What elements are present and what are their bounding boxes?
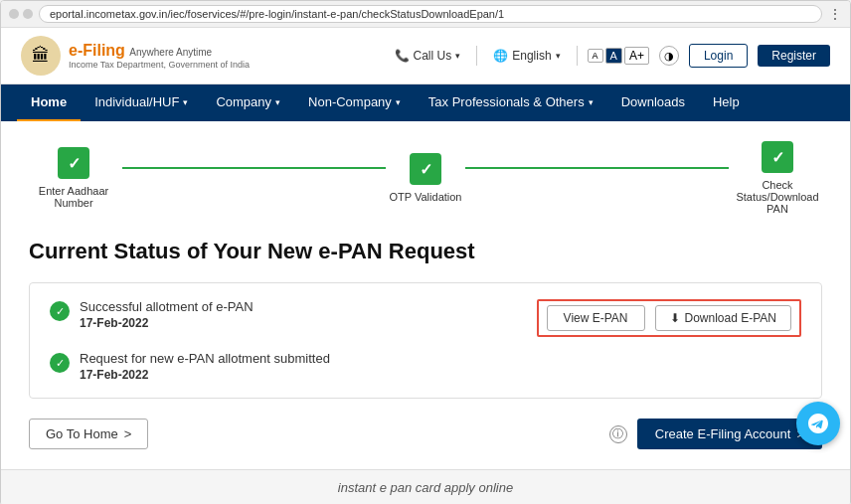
step-connector-1 [122, 167, 386, 169]
nav-arrow-company: ▾ [275, 97, 280, 107]
footer-right: ⓘ Create E-Filing Account > [609, 419, 822, 449]
download-epan-button[interactable]: ⬇ Download E-PAN [655, 305, 791, 331]
steps-row: ✓ Enter Aadhaar Number ✓ OTP Validation … [29, 141, 822, 215]
logo-emblem: 🏛 [21, 36, 61, 76]
nav-item-downloads[interactable]: Downloads [607, 84, 699, 121]
text-size-medium-button[interactable]: A [605, 48, 622, 64]
site-header: 🏛 e-Filing Anywhere Anytime Income Tax D… [1, 28, 850, 84]
nav-item-help[interactable]: Help [699, 84, 754, 121]
nav-item-individual[interactable]: Individual/HUF ▾ [81, 84, 202, 121]
call-arrow-icon: ▾ [455, 51, 460, 61]
divider-1 [476, 46, 477, 66]
page-caption: instant e pan card apply online [1, 469, 850, 504]
nav-arrow-noncompany: ▾ [396, 97, 401, 107]
step-2-label: OTP Validation [390, 191, 462, 203]
view-epan-button[interactable]: View E-PAN [547, 305, 645, 331]
info-icon[interactable]: ⓘ [609, 425, 627, 443]
register-button[interactable]: Register [758, 45, 830, 67]
status-title-2: Request for new e-PAN allotment submitte… [80, 351, 801, 366]
text-size-small-button[interactable]: A [588, 49, 603, 63]
page-heading: Current Status of Your New e-PAN Request [29, 239, 822, 264]
telegram-icon [806, 412, 830, 435]
nav-item-company[interactable]: Company ▾ [202, 84, 294, 121]
phone-icon: 📞 [395, 49, 410, 63]
logo-tagline: Anywhere Anytime [129, 47, 212, 58]
text-size-large-button[interactable]: A+ [624, 47, 649, 65]
status-item-2: ✓ Request for new e-PAN allotment submit… [50, 351, 801, 382]
language-button[interactable]: 🌐 English ▾ [487, 45, 566, 67]
nav-arrow-individual: ▾ [183, 97, 188, 107]
status-text-1: Successful allotment of e-PAN 17-Feb-202… [80, 299, 527, 330]
logo-efiling-text: e-Filing [69, 42, 125, 59]
status-card: ✓ Successful allotment of e-PAN 17-Feb-2… [29, 282, 822, 399]
step-1-label: Enter Aadhaar Number [29, 185, 118, 209]
lang-arrow-icon: ▾ [556, 51, 561, 61]
status-actions: View E-PAN ⬇ Download E-PAN [537, 299, 801, 337]
footer-actions: Go To Home > ⓘ Create E-Filing Account > [29, 419, 822, 449]
browser-dot-1 [9, 9, 19, 19]
browser-dot-2 [23, 9, 33, 19]
step-1: ✓ Enter Aadhaar Number [29, 147, 118, 209]
login-button[interactable]: Login [689, 44, 748, 68]
contrast-button[interactable]: ◑ [659, 46, 679, 66]
logo-dept: Income Tax Department, Government of Ind… [69, 60, 250, 70]
browser-menu-icon: ⋮ [828, 6, 842, 22]
status-icon-1: ✓ [50, 301, 70, 321]
browser-controls [9, 9, 33, 19]
globe-icon: 🌐 [493, 49, 508, 63]
browser-bar: eportal.incometax.gov.in/iec/foservices/… [1, 1, 850, 28]
main-nav: Home Individual/HUF ▾ Company ▾ Non-Comp… [1, 84, 850, 121]
go-home-arrow-icon: > [124, 426, 132, 441]
divider-2 [577, 46, 578, 66]
go-home-button[interactable]: Go To Home > [29, 419, 148, 449]
logo-area: 🏛 e-Filing Anywhere Anytime Income Tax D… [21, 36, 250, 76]
step-3: ✓ Check Status/Download PAN [733, 141, 822, 215]
call-us-button[interactable]: 📞 Call Us ▾ [389, 45, 467, 67]
browser-frame: eportal.incometax.gov.in/iec/foservices/… [0, 0, 851, 504]
download-icon: ⬇ [670, 311, 680, 325]
status-icon-2: ✓ [50, 353, 70, 373]
header-right: 📞 Call Us ▾ 🌐 English ▾ A A A+ ◑ Login R… [389, 44, 830, 68]
nav-item-noncompany[interactable]: Non-Company ▾ [294, 84, 415, 121]
status-date-2: 17-Feb-2022 [80, 368, 801, 382]
create-efiling-button[interactable]: Create E-Filing Account > [637, 419, 822, 449]
step-3-check: ✓ [762, 141, 793, 173]
step-2-check: ✓ [410, 153, 441, 185]
logo-brand: e-Filing Anywhere Anytime [69, 42, 250, 60]
status-text-2: Request for new e-PAN allotment submitte… [80, 351, 801, 382]
logo-text: e-Filing Anywhere Anytime Income Tax Dep… [69, 42, 250, 70]
step-2: ✓ OTP Validation [390, 153, 462, 203]
url-bar: eportal.incometax.gov.in/iec/foservices/… [39, 5, 822, 23]
step-connector-2 [465, 167, 729, 169]
nav-item-taxpro[interactable]: Tax Professionals & Others ▾ [415, 84, 607, 121]
status-item-1: ✓ Successful allotment of e-PAN 17-Feb-2… [50, 299, 801, 337]
status-title-1: Successful allotment of e-PAN [80, 299, 527, 314]
step-3-label: Check Status/Download PAN [733, 179, 822, 215]
telegram-fab[interactable] [796, 402, 840, 445]
nav-item-home[interactable]: Home [17, 84, 81, 121]
page-content: ✓ Enter Aadhaar Number ✓ OTP Validation … [1, 121, 850, 469]
step-1-check: ✓ [58, 147, 89, 179]
nav-arrow-taxpro: ▾ [589, 97, 594, 107]
text-size-controls: A A A+ [588, 47, 649, 65]
status-date-1: 17-Feb-2022 [80, 316, 527, 330]
